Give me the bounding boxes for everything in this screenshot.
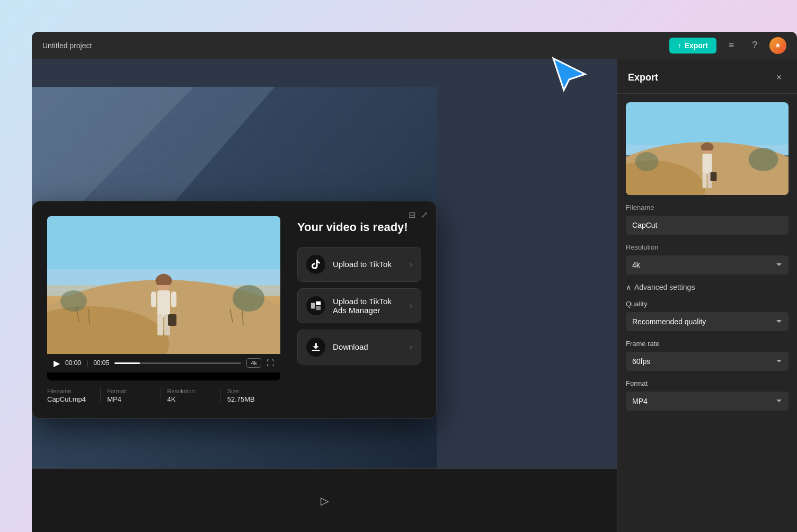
format-select[interactable]: MP4 MOV GIF <box>626 392 789 411</box>
chevron-right-icon: › <box>410 260 412 269</box>
meta-format: Format: MP4 <box>107 388 161 403</box>
meta-resolution: Resolution: 4K <box>167 388 221 403</box>
export-panel: Export × <box>617 59 797 532</box>
menu-icon[interactable]: ≡ <box>723 37 740 54</box>
app-window: Untitled project ↑ Export ≡ ? ★ <box>32 32 797 532</box>
modal-overlay: ⊟ ⤢ <box>32 87 437 532</box>
svg-rect-24 <box>312 350 320 351</box>
fullscreen-button[interactable]: ⛶ <box>267 359 274 367</box>
upload-tiktok-ads-button[interactable]: Upload to TikTok Ads Manager › <box>297 288 421 323</box>
tiktok-ads-icon <box>306 296 325 315</box>
top-bar: Untitled project ↑ Export ≡ ? ★ <box>32 32 797 59</box>
video-frame <box>47 216 280 354</box>
avatar[interactable]: ★ <box>769 37 786 54</box>
video-scene <box>47 216 280 354</box>
export-panel-title: Export <box>628 72 658 83</box>
quality-badge[interactable]: 4k <box>246 358 261 368</box>
chevron-up-icon: ∧ <box>626 283 631 291</box>
export-button[interactable]: ↑ Export <box>669 38 716 54</box>
chevron-right-icon-2: › <box>410 301 412 311</box>
main-content: ▷ ⊟ ⤢ <box>32 59 797 532</box>
fullscreen-icon[interactable]: ⤢ <box>421 210 428 220</box>
editor-area: ▷ ⊟ ⤢ <box>32 59 617 532</box>
svg-point-30 <box>749 148 778 171</box>
svg-rect-15 <box>157 290 170 317</box>
svg-rect-33 <box>703 154 712 174</box>
modal-inner: ▶ 00:00 | 00:05 4k ⛶ <box>47 216 421 403</box>
feedback-icon[interactable]: ⊟ <box>409 210 415 220</box>
meta-size: Size: 52.75MB <box>227 388 280 403</box>
svg-point-12 <box>233 285 264 312</box>
close-button[interactable]: × <box>772 70 786 85</box>
export-panel-header: Export × <box>617 59 797 94</box>
export-thumbnail <box>626 102 789 195</box>
play-button[interactable]: ▶ <box>54 358 60 368</box>
help-icon[interactable]: ? <box>746 37 763 54</box>
modal-top-icons: ⊟ ⤢ <box>409 210 428 220</box>
svg-point-13 <box>60 290 87 312</box>
meta-filename: Filename: CapCut.mp4 <box>47 388 101 403</box>
video-player: ▶ 00:00 | 00:05 4k ⛶ <box>47 216 280 380</box>
chevron-right-icon-3: › <box>410 342 412 352</box>
upload-icon: ↑ <box>678 41 681 50</box>
download-button[interactable]: Download › <box>297 330 421 365</box>
svg-rect-18 <box>168 314 176 326</box>
tiktok-icon <box>306 255 325 274</box>
svg-rect-19 <box>151 291 156 307</box>
thumbnail-svg <box>626 102 789 195</box>
video-preview-section: ▶ 00:00 | 00:05 4k ⛶ <box>47 216 280 403</box>
framerate-label: Frame rate <box>626 340 789 348</box>
filename-input[interactable] <box>626 216 789 235</box>
filename-label: Filename <box>626 203 789 211</box>
progress-fill <box>114 362 140 364</box>
resolution-label: Resolution <box>626 243 789 251</box>
format-label: Format <box>626 379 789 387</box>
svg-rect-23 <box>316 306 321 309</box>
video-controls: ▶ 00:00 | 00:05 4k ⛶ <box>47 354 280 373</box>
framerate-select[interactable]: 60fps 30fps 24fps <box>626 352 789 371</box>
svg-rect-21 <box>311 303 315 308</box>
project-title: Untitled project <box>42 41 92 50</box>
video-actions-section: Your video is ready! Upload to TikTok › <box>297 216 421 403</box>
duration: 00:05 <box>93 359 109 367</box>
export-form: Filename Resolution 4k 1080p 720p ∧ Adva… <box>617 203 797 419</box>
quality-label: Quality <box>626 300 789 308</box>
top-bar-actions: ↑ Export ≡ ? ★ <box>669 37 786 54</box>
quality-select[interactable]: Recommended quality High quality Low qua… <box>626 312 789 331</box>
video-meta: Filename: CapCut.mp4 Format: MP4 Resolut… <box>47 388 280 403</box>
current-time: 00:00 <box>65 359 81 367</box>
upload-tiktok-button[interactable]: Upload to TikTok › <box>297 247 421 282</box>
svg-rect-16 <box>157 314 163 335</box>
svg-rect-22 <box>316 301 321 305</box>
advanced-settings-toggle[interactable]: ∧ Advanced settings <box>626 283 695 291</box>
svg-point-31 <box>635 152 659 171</box>
download-icon <box>306 338 325 357</box>
ready-title: Your video is ready! <box>297 220 421 234</box>
svg-rect-36 <box>711 172 717 181</box>
modal-card: ⊟ ⤢ <box>32 201 437 419</box>
resolution-select[interactable]: 4k 1080p 720p <box>626 255 789 274</box>
progress-bar[interactable] <box>114 362 241 364</box>
svg-rect-34 <box>703 172 707 188</box>
svg-rect-20 <box>171 291 176 307</box>
